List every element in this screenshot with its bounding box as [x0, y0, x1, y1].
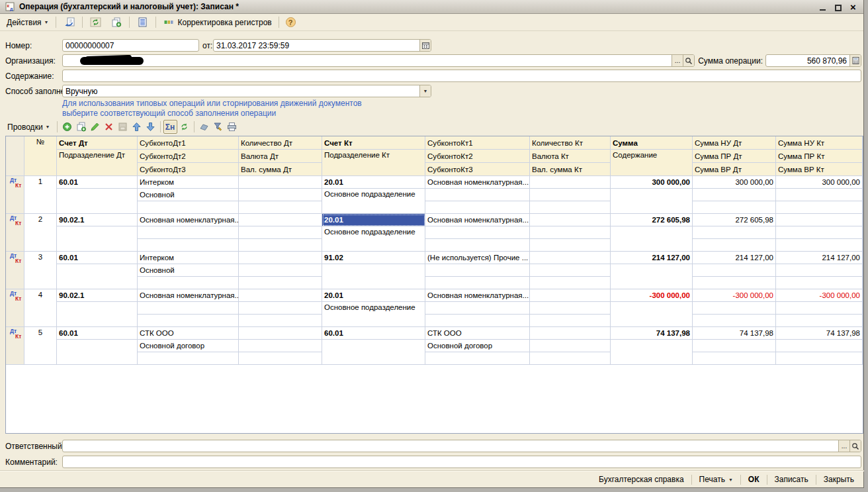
cell-qty-kt1[interactable]	[530, 252, 611, 264]
cell-division-kt[interactable]: Основное подразделение	[322, 302, 425, 327]
cell-qty-dt3[interactable]	[239, 277, 322, 289]
cell-content[interactable]	[611, 302, 693, 327]
cell-num[interactable]: 1	[24, 176, 57, 214]
cell-content[interactable]	[611, 264, 693, 289]
cell-subconto-kt1[interactable]: Основная номенклатурная...	[425, 289, 530, 302]
print-list-button[interactable]	[225, 120, 239, 134]
cell-sum-nu-dt1[interactable]: 272 605,98	[693, 214, 776, 226]
cell-sum-nu-dt2[interactable]	[693, 264, 776, 277]
cell-subconto-kt3[interactable]	[425, 239, 530, 252]
cell-dtkt-flag[interactable]: ДтКт	[6, 252, 24, 289]
cell-sum[interactable]: 272 605,98	[611, 214, 693, 226]
cell-account-dt[interactable]: 90.02.1	[57, 289, 138, 302]
cell-subconto-kt3[interactable]	[425, 315, 530, 327]
cell-sum-nu-kt3[interactable]	[776, 352, 863, 365]
cell-subconto-dt1[interactable]: Основная номенклатурная...	[138, 289, 239, 302]
close-button[interactable]: ×	[849, 3, 857, 11]
responsible-field[interactable]: ...	[62, 440, 861, 452]
cell-subconto-dt2[interactable]	[138, 302, 239, 315]
cell-content[interactable]	[611, 189, 693, 214]
cell-subconto-kt2[interactable]	[425, 226, 530, 239]
cell-sum[interactable]: -300 000,00	[611, 289, 693, 302]
cell-num[interactable]: 3	[24, 252, 57, 289]
delete-row-button[interactable]	[102, 120, 116, 134]
cell-division-dt[interactable]	[57, 340, 138, 365]
cell-division-kt[interactable]	[322, 264, 425, 289]
cell-subconto-kt2[interactable]	[425, 302, 530, 315]
cell-subconto-kt3[interactable]	[425, 352, 530, 365]
cell-division-dt[interactable]	[57, 264, 138, 289]
cell-qty-dt3[interactable]	[239, 352, 322, 365]
cell-sum-nu-dt1[interactable]: 74 137,98	[693, 327, 776, 340]
maximize-button[interactable]	[834, 3, 842, 11]
cell-subconto-dt2[interactable]	[138, 226, 239, 239]
cell-qty-kt2[interactable]	[530, 302, 611, 315]
show-tax-totals-button[interactable]: Σн	[163, 120, 177, 134]
cell-qty-kt2[interactable]	[530, 189, 611, 201]
cell-subconto-dt3[interactable]	[138, 315, 239, 327]
cell-qty-kt2[interactable]	[530, 226, 611, 239]
cell-account-kt[interactable]: 20.01	[322, 289, 425, 302]
cell-sum-nu-dt3[interactable]	[693, 201, 776, 214]
cell-subconto-dt1[interactable]: Интерком	[138, 252, 239, 264]
cell-sum-nu-kt1[interactable]: -300 000,00	[776, 289, 863, 302]
responsible-choose-button[interactable]: ...	[838, 440, 849, 452]
fill-method-dropdown-button[interactable]: ▼	[419, 85, 431, 97]
print-button[interactable]: Печать ▼	[693, 472, 739, 487]
cell-subconto-dt3[interactable]	[138, 277, 239, 289]
cell-account-kt[interactable]: 20.01	[322, 176, 425, 189]
help-button[interactable]: ?	[282, 15, 300, 29]
cell-subconto-kt1[interactable]: СТК ООО	[425, 327, 530, 340]
cell-qty-dt1[interactable]	[239, 176, 322, 189]
cell-subconto-dt3[interactable]	[138, 201, 239, 214]
cell-dtkt-flag[interactable]: ДтКт	[6, 176, 24, 214]
cell-num[interactable]: 4	[24, 289, 57, 327]
minimize-button[interactable]	[818, 3, 827, 11]
cell-subconto-dt3[interactable]	[138, 239, 239, 252]
fill-method-select[interactable]: Вручную ▼	[62, 85, 431, 97]
cell-qty-kt1[interactable]	[530, 327, 611, 340]
registers-correction-button[interactable]: Корректировка регистров	[159, 15, 276, 30]
cell-division-kt[interactable]: Основное подразделение	[322, 189, 425, 214]
cell-sum-nu-kt2[interactable]	[776, 340, 863, 352]
cell-subconto-dt2[interactable]: Основной	[138, 189, 239, 201]
accounting-reference-button[interactable]: Бухгалтерская справка	[593, 472, 690, 487]
cell-dtkt-flag[interactable]: ДтКт	[6, 289, 24, 327]
add-row-button[interactable]	[60, 120, 74, 134]
cell-qty-kt3[interactable]	[530, 277, 611, 289]
cell-sum-nu-dt1[interactable]: -300 000,00	[693, 289, 776, 302]
refresh-rows-button[interactable]	[177, 120, 191, 134]
cell-subconto-dt2[interactable]: Основной	[138, 264, 239, 277]
number-field[interactable]: 00000000007	[62, 39, 199, 52]
cell-sum-nu-kt3[interactable]	[776, 201, 863, 214]
edit-row-button[interactable]	[88, 120, 102, 134]
cell-content[interactable]	[611, 226, 693, 252]
cell-content[interactable]	[611, 340, 693, 365]
cell-division-dt[interactable]	[57, 226, 138, 252]
cell-qty-dt1[interactable]	[239, 252, 322, 264]
responsible-open-button[interactable]	[849, 440, 861, 452]
cell-dtkt-flag[interactable]: ДтКт	[6, 327, 24, 365]
cell-account-dt[interactable]: 60.01	[57, 252, 138, 264]
select-mode-button[interactable]	[197, 120, 211, 134]
cell-qty-dt1[interactable]	[239, 289, 322, 302]
cell-division-kt[interactable]: Основное подразделение	[322, 226, 425, 252]
comment-field[interactable]	[62, 456, 861, 468]
cell-qty-kt1[interactable]	[530, 289, 611, 302]
organization-field[interactable]: ...	[62, 54, 695, 67]
cell-qty-kt3[interactable]	[530, 352, 611, 365]
cell-sum-nu-dt2[interactable]	[693, 340, 776, 352]
cell-sum-nu-kt2[interactable]	[776, 302, 863, 315]
cell-sum-nu-dt2[interactable]	[693, 226, 776, 239]
filter-sort-button[interactable]	[211, 120, 225, 134]
move-up-button[interactable]	[130, 120, 144, 134]
cell-sum-nu-kt1[interactable]: 300 000,00	[776, 176, 863, 189]
cell-num[interactable]: 2	[24, 214, 57, 252]
cell-sum[interactable]: 214 127,00	[611, 252, 693, 264]
cell-sum-nu-kt2[interactable]	[776, 189, 863, 201]
cell-subconto-dt3[interactable]	[138, 352, 239, 365]
cell-division-dt[interactable]	[57, 189, 138, 214]
cell-qty-kt1[interactable]	[530, 214, 611, 226]
cell-qty-dt2[interactable]	[239, 302, 322, 315]
cell-account-dt[interactable]: 90.02.1	[57, 214, 138, 226]
